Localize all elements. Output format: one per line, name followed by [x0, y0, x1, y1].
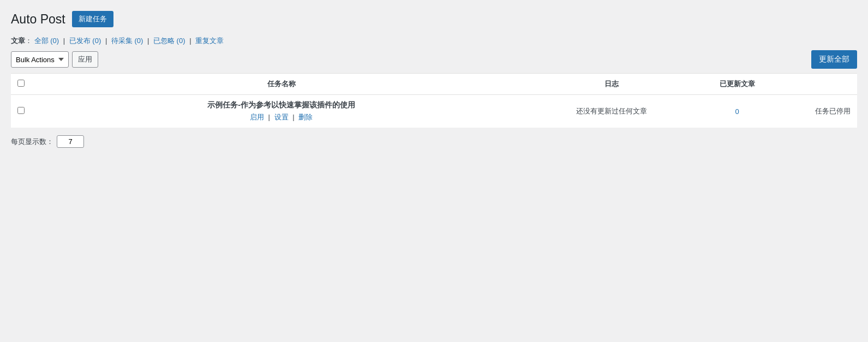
- col-header-checkbox: [11, 74, 33, 95]
- table-header-row: 任务名称 日志 已更新文章: [11, 74, 857, 95]
- row-log-cell: 还没有更新过任何文章: [530, 95, 693, 128]
- page-count-area: 每页显示数：: [11, 135, 857, 148]
- task-enable-link[interactable]: 启用: [250, 113, 264, 121]
- filter-sep-1: |: [63, 37, 67, 45]
- filter-label: 文章: [11, 37, 25, 45]
- filter-all[interactable]: 全部 (0): [34, 37, 59, 45]
- bulk-actions-select[interactable]: Bulk Actions: [11, 51, 69, 68]
- row-status-cell: 任务已停用: [781, 95, 857, 128]
- task-settings-link[interactable]: 设置: [274, 113, 289, 121]
- col-header-status: [781, 74, 857, 95]
- per-page-label: 每页显示数：: [11, 137, 53, 147]
- row-checkbox[interactable]: [17, 107, 25, 114]
- task-name: 示例任务-作为参考以快速掌握该插件的使用: [39, 100, 523, 110]
- row-updated-cell: 0: [693, 95, 781, 128]
- action-sep-1: |: [268, 113, 272, 121]
- filter-sep-2: |: [105, 37, 109, 45]
- filter-ignored[interactable]: 已忽略 (0): [153, 37, 185, 45]
- col-header-name: 任务名称: [33, 74, 530, 95]
- per-page-input[interactable]: [57, 135, 84, 148]
- update-all-button[interactable]: 更新全部: [811, 50, 857, 69]
- col-header-updated: 已更新文章: [693, 74, 781, 95]
- page-title: Auto Post: [11, 12, 65, 27]
- toolbar-left: Bulk Actions 应用: [11, 51, 98, 68]
- col-header-log: 日志: [530, 74, 693, 95]
- table-row: 示例任务-作为参考以快速掌握该插件的使用 启用 | 设置 | 删除 还没有更新过…: [11, 95, 857, 128]
- toolbar: Bulk Actions 应用 更新全部: [11, 50, 857, 69]
- task-log: 还没有更新过任何文章: [576, 107, 647, 115]
- apply-button[interactable]: 应用: [72, 51, 98, 68]
- filter-bar: 文章： 全部 (0) | 已发布 (0) | 待采集 (0) | 已忽略 (0)…: [11, 36, 857, 46]
- page-header: Auto Post 新建任务: [11, 11, 857, 27]
- row-checkbox-cell: [11, 95, 33, 128]
- select-all-checkbox[interactable]: [17, 80, 25, 87]
- filter-sep-3: |: [147, 37, 151, 45]
- filter-pending[interactable]: 待采集 (0): [111, 37, 143, 45]
- task-updated-count: 0: [735, 107, 739, 116]
- filter-sep-4: |: [189, 37, 193, 45]
- task-actions: 启用 | 设置 | 删除: [39, 112, 523, 122]
- task-status: 任务已停用: [815, 107, 851, 115]
- task-delete-link[interactable]: 删除: [298, 113, 313, 121]
- row-name-cell: 示例任务-作为参考以快速掌握该插件的使用 启用 | 设置 | 删除: [33, 95, 530, 128]
- new-task-button[interactable]: 新建任务: [72, 11, 113, 27]
- tasks-table: 任务名称 日志 已更新文章 示例任务-作为参考以快速掌握该插件的使用 启用 | …: [11, 73, 857, 128]
- filter-published[interactable]: 已发布 (0): [69, 37, 101, 45]
- action-sep-2: |: [292, 113, 296, 121]
- filter-duplicate[interactable]: 重复文章: [195, 37, 224, 45]
